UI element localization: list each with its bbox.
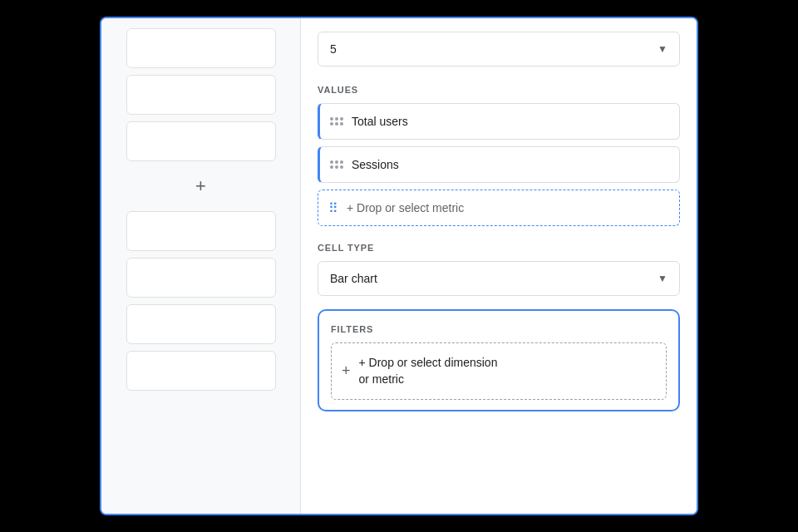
- filters-drop-box[interactable]: + + Drop or select dimension or metric: [331, 342, 667, 400]
- left-item-5: [126, 258, 276, 298]
- drop-metric-item[interactable]: ⠿ + Drop or select metric: [318, 190, 680, 226]
- cell-type-label: CELL TYPE: [318, 243, 680, 253]
- values-label: VALUES: [318, 85, 680, 95]
- left-item-2: [126, 75, 276, 115]
- filters-section: FILTERS + + Drop or select dimension or …: [318, 309, 680, 411]
- cell-type-select[interactable]: Bar chart ▼: [318, 261, 680, 296]
- values-section: VALUES Total users Sessions ⠿: [318, 81, 680, 239]
- total-users-label: Total users: [352, 115, 408, 128]
- total-users-item[interactable]: Total users: [318, 103, 680, 140]
- left-item-4: [126, 211, 276, 251]
- cell-type-section: CELL TYPE Bar chart ▼: [318, 239, 680, 296]
- drag-handle-sessions: [330, 160, 343, 169]
- filters-drop-text: + Drop or select dimension or metric: [359, 355, 498, 387]
- number-select-value: 5: [330, 42, 337, 56]
- sessions-item[interactable]: Sessions: [318, 146, 680, 183]
- sessions-label: Sessions: [352, 158, 399, 171]
- filters-drop-line2: or metric: [359, 372, 404, 386]
- drop-metric-icon: ⠿: [328, 200, 338, 216]
- number-select-chevron: ▼: [658, 43, 667, 55]
- left-item-6: [126, 304, 276, 344]
- left-item-3: [126, 121, 276, 161]
- drag-handle-total-users: [330, 117, 343, 126]
- left-item-1: [126, 28, 276, 68]
- left-panel: +: [101, 18, 301, 514]
- cell-type-value: Bar chart: [330, 272, 377, 285]
- top-select-wrapper: 5 ▼: [318, 32, 680, 66]
- filters-label: FILTERS: [331, 324, 667, 334]
- left-item-7: [126, 351, 276, 391]
- right-panel: 5 ▼ VALUES Total users Session: [301, 18, 697, 514]
- filters-drop-line1: + Drop or select dimension: [359, 356, 498, 369]
- add-item-button[interactable]: +: [186, 171, 216, 201]
- drop-metric-label: + Drop or select metric: [347, 201, 464, 214]
- filters-plus-icon: +: [342, 362, 351, 380]
- cell-type-chevron: ▼: [658, 273, 667, 284]
- number-select[interactable]: 5 ▼: [318, 32, 680, 66]
